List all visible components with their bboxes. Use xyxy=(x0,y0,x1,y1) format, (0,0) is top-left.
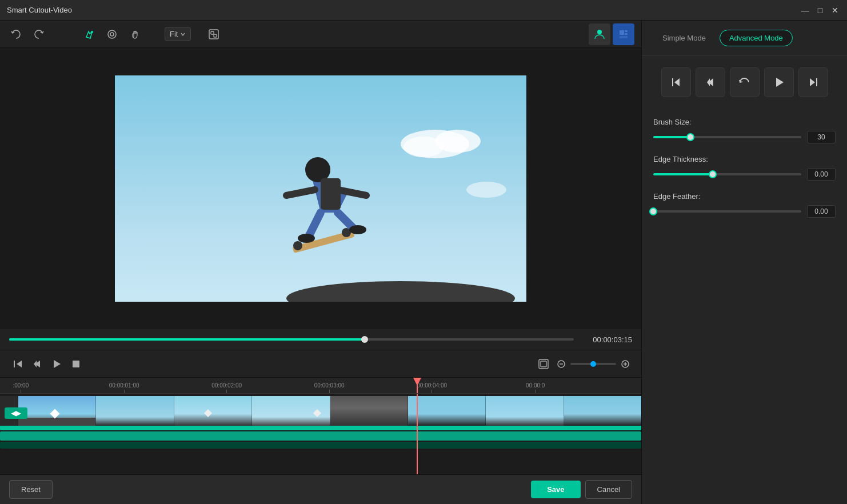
svg-rect-5 xyxy=(214,34,217,37)
timeline-tracks[interactable]: ◀▶ xyxy=(0,394,641,474)
person-mode-button[interactable] xyxy=(589,23,610,45)
zoom-out-button[interactable] xyxy=(554,357,568,371)
toolbar: Fit xyxy=(0,21,641,48)
close-button[interactable]: ✕ xyxy=(830,5,840,15)
right-panel: Simple Mode Advanced Mode xyxy=(641,21,847,504)
window-controls: — □ ✕ xyxy=(800,5,840,15)
edge-thickness-control: Edge Thickness: xyxy=(653,155,836,181)
brush-size-value[interactable] xyxy=(807,131,836,143)
progress-fill xyxy=(9,338,365,341)
svg-rect-11 xyxy=(620,36,628,38)
brush-size-fill xyxy=(653,136,690,138)
timeline-ruler[interactable]: :00:00 00:00:01:00 00:00:02:00 00:00:03:… xyxy=(0,378,641,394)
progress-area: 00:00:03:15 xyxy=(0,329,641,350)
thumb-5 xyxy=(330,396,408,426)
edge-thickness-slider-row xyxy=(653,168,836,181)
timeline-area: :00:00 00:00:01:00 00:00:02:00 00:00:03:… xyxy=(0,377,641,474)
reset-button[interactable]: Reset xyxy=(9,480,53,499)
minimize-button[interactable]: — xyxy=(800,5,810,15)
simple-mode-button[interactable]: Simple Mode xyxy=(653,30,715,46)
stop-button[interactable] xyxy=(67,355,85,373)
svg-marker-28 xyxy=(34,361,37,367)
svg-rect-10 xyxy=(625,33,628,35)
progress-bar[interactable] xyxy=(9,338,574,341)
svg-marker-29 xyxy=(54,360,61,368)
svg-point-23 xyxy=(349,225,366,234)
edge-feather-slider[interactable] xyxy=(653,210,801,213)
nav-play-button[interactable] xyxy=(764,67,794,97)
edge-thickness-value[interactable] xyxy=(807,168,836,181)
edge-feather-label: Edge Feather: xyxy=(653,192,836,201)
svg-point-17 xyxy=(466,182,506,198)
svg-marker-45 xyxy=(810,78,815,86)
edge-feather-control: Edge Feather: xyxy=(653,192,836,218)
thumb-6 xyxy=(408,396,486,426)
svg-rect-24 xyxy=(321,178,341,210)
svg-marker-40 xyxy=(674,78,680,86)
ruler-mark-0: :00:00 xyxy=(13,382,29,393)
erase-tool-button[interactable] xyxy=(103,25,121,43)
edge-thickness-label: Edge Thickness: xyxy=(653,155,836,163)
thumb-3 xyxy=(174,396,252,426)
video-area: Fit xyxy=(0,21,641,504)
skip-to-start-button[interactable] xyxy=(9,355,26,373)
compare-button[interactable] xyxy=(205,25,223,43)
playhead-arrow xyxy=(413,378,421,386)
brush-size-control: Brush Size: xyxy=(653,118,836,143)
tertiary-track xyxy=(0,442,641,449)
hand-tool-button[interactable] xyxy=(126,25,144,43)
maximize-button[interactable]: □ xyxy=(815,5,825,15)
zoom-slider[interactable] xyxy=(570,363,616,365)
brush-size-slider[interactable] xyxy=(653,136,801,138)
bottom-bar: Reset Save Cancel xyxy=(0,474,641,504)
video-track: ◀▶ xyxy=(0,396,641,430)
ruler-mark-3: 00:00:03:00 xyxy=(314,382,345,393)
bg-mode-button[interactable] xyxy=(613,23,634,45)
ruler-mark-5: 00:00:0 xyxy=(526,382,545,393)
edge-thickness-slider[interactable] xyxy=(653,173,801,175)
svg-rect-4 xyxy=(211,31,214,34)
draw-tool-button[interactable] xyxy=(80,25,98,43)
track-playhead xyxy=(417,394,418,474)
svg-point-0 xyxy=(91,31,93,33)
controls-section: Brush Size: Edge Thickness: xyxy=(642,109,847,504)
svg-point-22 xyxy=(298,234,315,243)
fit-label: Fit xyxy=(170,30,178,38)
svg-marker-43 xyxy=(776,78,784,87)
edge-feather-value[interactable] xyxy=(807,205,836,218)
play-button[interactable] xyxy=(48,355,65,373)
track-left-handle[interactable]: ◀▶ xyxy=(5,407,27,419)
svg-point-16 xyxy=(403,137,444,157)
ruler-mark-1: 00:00:01:00 xyxy=(109,382,139,393)
step-back-button[interactable] xyxy=(29,355,46,373)
fit-view-button[interactable] xyxy=(535,355,552,373)
thumbnails-container xyxy=(18,396,641,426)
mode-icons xyxy=(589,23,634,45)
progress-handle[interactable] xyxy=(361,336,368,343)
brush-size-slider-row xyxy=(653,131,836,143)
nav-first-button[interactable] xyxy=(661,67,691,97)
brush-size-handle[interactable] xyxy=(686,133,694,141)
thumbnail-strip xyxy=(0,396,641,426)
zoom-in-button[interactable] xyxy=(618,357,632,371)
fit-zoom-selector[interactable]: Fit xyxy=(165,27,191,41)
main-container: Fit xyxy=(0,21,847,504)
advanced-mode-button[interactable]: Advanced Mode xyxy=(720,30,793,46)
title-bar: Smart Cutout-Video — □ ✕ xyxy=(0,0,847,21)
secondary-track xyxy=(0,431,641,441)
edge-feather-handle[interactable] xyxy=(649,207,657,215)
edge-thickness-handle[interactable] xyxy=(709,170,717,178)
nav-prev-button[interactable] xyxy=(696,67,725,97)
video-canvas xyxy=(0,48,641,329)
zoom-handle[interactable] xyxy=(590,361,596,367)
video-frame xyxy=(115,75,526,302)
mode-selector: Simple Mode Advanced Mode xyxy=(642,21,847,56)
thumb-2 xyxy=(96,396,174,426)
redo-button[interactable] xyxy=(30,25,48,43)
cancel-button[interactable]: Cancel xyxy=(585,480,632,499)
nav-reverse-button[interactable] xyxy=(730,67,760,97)
undo-button[interactable] xyxy=(7,25,25,43)
save-button[interactable]: Save xyxy=(531,481,580,498)
nav-last-button[interactable] xyxy=(798,67,828,97)
svg-rect-32 xyxy=(541,361,546,367)
